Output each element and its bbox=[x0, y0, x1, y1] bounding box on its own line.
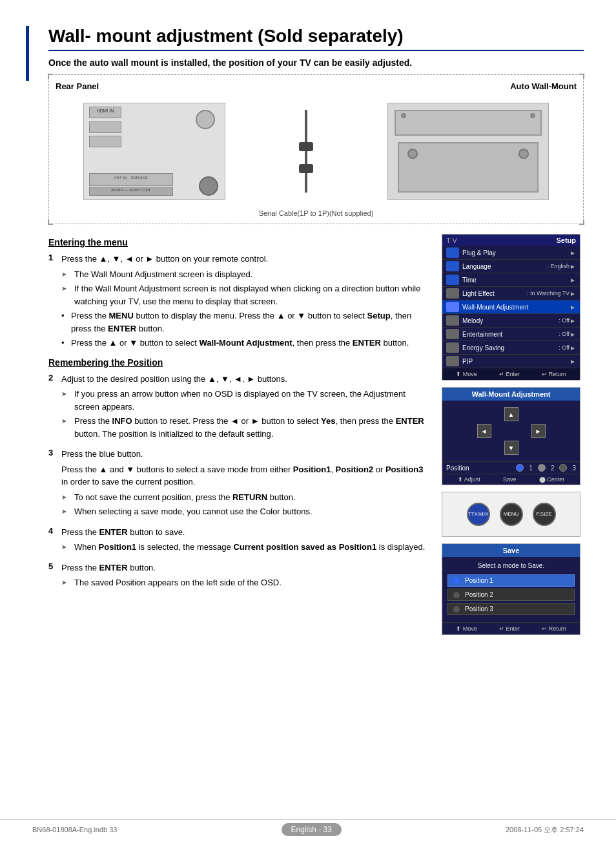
step-2-arrow-2: Press the INFO button to reset. Press th… bbox=[61, 415, 429, 440]
wma-position-row: Position 1 2 3 bbox=[442, 461, 580, 474]
save-option-2-label: Position 2 bbox=[465, 591, 493, 598]
step-5-arrow-1: The saved Position appears on the left s… bbox=[61, 576, 429, 589]
nav-row-bot: ▼ bbox=[504, 441, 518, 455]
subtitle-text: Once the auto wall mount is installed, t… bbox=[48, 58, 584, 68]
menu-item-energy: Energy Saving : Off ► bbox=[442, 341, 580, 355]
energy-arrow: ► bbox=[570, 344, 576, 351]
energy-value: : Off bbox=[559, 344, 570, 351]
menu-plug-play-text: Plug & Play bbox=[462, 249, 570, 257]
step-2-arrow-1: If you press an arrow button when no OSD… bbox=[61, 388, 429, 413]
step-2-text: Adjust to the desired position using the… bbox=[61, 373, 429, 386]
melody-arrow: ► bbox=[570, 317, 576, 324]
step-2: 2 Adjust to the desired position using t… bbox=[48, 373, 429, 441]
menu-pip-text: PIP bbox=[462, 358, 570, 365]
plug-play-arrow: ► bbox=[570, 249, 576, 257]
light-icon bbox=[446, 288, 459, 299]
pos-dot-3 bbox=[559, 464, 567, 472]
save-message: Select a mode to Save. bbox=[447, 562, 575, 569]
step-5-number: 5 bbox=[48, 561, 61, 571]
save-option-1-label: Position 1 bbox=[465, 577, 493, 584]
hdmi-port3 bbox=[89, 136, 121, 147]
save-footer-return: ↩ Return bbox=[542, 625, 566, 632]
wall-mount-label: Auto Wall-Mount bbox=[510, 81, 577, 91]
save-panel: Save Select a mode to Save. Position 1 P… bbox=[442, 543, 580, 635]
page-footer: BN68-01808A-Eng.indb 33 English - 33 200… bbox=[0, 819, 616, 836]
wma-icon bbox=[446, 302, 459, 312]
save-option-1[interactable]: Position 1 bbox=[447, 574, 575, 587]
cable-bot bbox=[305, 173, 307, 193]
enter-bold-1: ENTER bbox=[108, 324, 136, 333]
save-panel-header: Save bbox=[442, 544, 580, 557]
save-dot-1 bbox=[453, 578, 460, 584]
language-value: : English bbox=[548, 263, 570, 269]
nav-up-btn[interactable]: ▲ bbox=[504, 407, 518, 421]
section-entering-heading: Entering the menu bbox=[48, 237, 429, 247]
audio-out: AUDIO — AUDIO OUT bbox=[89, 187, 173, 196]
nav-right-btn[interactable]: ► bbox=[531, 424, 546, 438]
menu-item-pip: PIP ► bbox=[442, 355, 580, 368]
step-5: 5 Press the ENTER button. The saved Posi… bbox=[48, 561, 429, 589]
save-dot-3 bbox=[453, 606, 460, 613]
energy-icon bbox=[446, 342, 459, 353]
nav-left-btn[interactable]: ◄ bbox=[477, 424, 491, 438]
menu-item-entertainment: Entertainment : Off ► bbox=[442, 328, 580, 341]
serial-cable-label: Serial Cable(1P to 1P)(Not supplied) bbox=[56, 209, 577, 217]
right-panels: T V Setup Plug & Play ► Language : Engli… bbox=[442, 234, 584, 635]
tv-panel-footer: ⬆ Move ↵ Enter ↩ Return bbox=[442, 368, 580, 380]
footer-left: BN68-01808A-Eng.indb 33 bbox=[32, 826, 117, 833]
yes-bold: Yes bbox=[321, 416, 335, 426]
menu-language-text: Language bbox=[462, 263, 548, 270]
mount-bracket-top bbox=[395, 110, 542, 136]
step-1-bullet-2: Press the ▲ or ▼ button to select Wall-M… bbox=[61, 337, 429, 350]
pos-dot-1 bbox=[516, 464, 524, 472]
ttx-mix-btn[interactable]: TTX/MIX bbox=[467, 503, 490, 526]
menu-bold: MENU bbox=[109, 311, 134, 320]
step-3-number: 3 bbox=[48, 448, 61, 457]
wall-mount-image bbox=[387, 103, 549, 200]
nav-down-btn[interactable]: ▼ bbox=[504, 441, 518, 455]
psize-btn[interactable]: P.SIZE bbox=[533, 503, 556, 526]
current-pos-bold: Current position saved as Position1 bbox=[233, 542, 376, 552]
step-2-number: 2 bbox=[48, 373, 61, 383]
menu-btn[interactable]: MENU bbox=[500, 503, 523, 526]
nav-row-mid: ◄ ► bbox=[477, 424, 546, 438]
diagram-box: Rear Panel Auto Wall-Mount HDMI IN ANT I… bbox=[48, 74, 584, 224]
footer-move: ⬆ Move bbox=[456, 371, 477, 377]
light-arrow: ► bbox=[570, 290, 576, 297]
corner-tr bbox=[579, 74, 584, 79]
hdmi-port: HDMI IN bbox=[89, 107, 121, 118]
save-option-3[interactable]: Position 3 bbox=[447, 603, 575, 615]
page-title: Wall- mount adjustment (Sold separately) bbox=[48, 26, 584, 51]
menu-time-text: Time bbox=[462, 277, 570, 284]
nav-row-top: ▲ bbox=[504, 407, 518, 421]
step-1-bullet-1: Press the MENU button to display the men… bbox=[61, 309, 429, 335]
diagram-labels: Rear Panel Auto Wall-Mount bbox=[56, 81, 577, 91]
pos1-bold: Position1 bbox=[293, 465, 331, 474]
time-icon bbox=[446, 275, 459, 285]
footer-return: ↩ Return bbox=[542, 371, 566, 377]
setup-label: Setup bbox=[556, 236, 576, 244]
menu-light-text: Light Effect bbox=[462, 290, 527, 297]
return-bold: RETURN bbox=[232, 492, 267, 502]
save-footer-move: ⬆ Move bbox=[456, 625, 477, 632]
pos-num-2: 2 bbox=[551, 465, 555, 472]
cable-plug-bot bbox=[299, 164, 313, 173]
wma-arrow: ► bbox=[570, 304, 576, 311]
step-1: 1 Press the ▲, ▼, ◄ or ► button on your … bbox=[48, 253, 429, 350]
plug-play-icon bbox=[446, 247, 459, 258]
step-3-content: Press the blue button. Press the ▲ and ▼… bbox=[61, 448, 429, 518]
cable-top bbox=[305, 110, 307, 142]
step-1-content: Press the ▲, ▼, ◄ or ► button on your re… bbox=[61, 253, 429, 350]
pip-icon bbox=[446, 356, 459, 366]
wma-adjust-label: ⬆ Adjust bbox=[458, 476, 480, 483]
save-footer-enter: ↵ Enter bbox=[499, 625, 520, 632]
position-dots: 1 2 3 bbox=[516, 464, 576, 472]
section-remember-heading: Remembering the Position bbox=[48, 357, 429, 368]
step-1-number: 1 bbox=[48, 253, 61, 262]
wma-save-label: Save bbox=[503, 476, 517, 483]
step-4: 4 Press the ENTER button to save. When P… bbox=[48, 526, 429, 554]
save-option-2[interactable]: Position 2 bbox=[447, 589, 575, 601]
connector-circle bbox=[199, 176, 218, 196]
english-badge: English - 33 bbox=[282, 823, 342, 836]
pos3-bold: Position3 bbox=[385, 465, 424, 474]
